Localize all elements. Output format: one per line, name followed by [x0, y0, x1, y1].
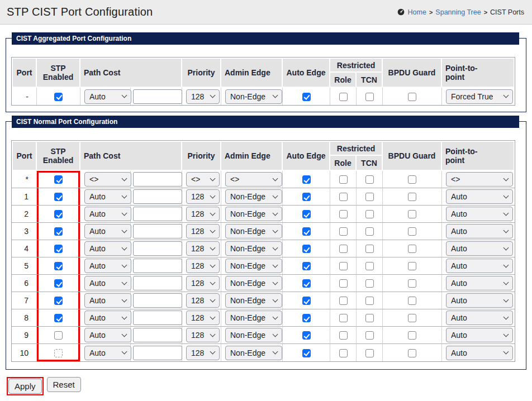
stp-enabled-checkbox[interactable] [54, 297, 63, 305]
restricted-tcn-checkbox[interactable] [365, 210, 374, 218]
priority-select[interactable]: 128 [186, 207, 220, 221]
bpdu-guard-checkbox[interactable] [408, 175, 416, 184]
restricted-role-checkbox[interactable] [339, 193, 348, 201]
path-cost-input[interactable] [133, 189, 182, 204]
path-cost-input[interactable] [133, 89, 182, 104]
auto-edge-checkbox[interactable] [302, 227, 311, 236]
priority-select[interactable]: 128 [186, 328, 220, 342]
apply-button[interactable]: Apply [8, 379, 42, 394]
priority-select[interactable]: 128 [186, 89, 220, 104]
priority-select[interactable]: 128 [186, 189, 220, 204]
restricted-role-checkbox[interactable] [339, 210, 348, 218]
admin-edge-select[interactable]: Non-Edge [225, 311, 282, 325]
restricted-tcn-checkbox[interactable] [365, 331, 374, 340]
path-cost-input[interactable] [133, 346, 182, 360]
stp-enabled-checkbox[interactable] [54, 314, 63, 322]
restricted-role-checkbox[interactable] [339, 245, 348, 253]
bpdu-guard-checkbox[interactable] [408, 227, 416, 236]
bpdu-guard-checkbox[interactable] [408, 349, 416, 357]
point-to-point-select[interactable]: Auto [446, 224, 513, 238]
bpdu-guard-checkbox[interactable] [408, 262, 416, 270]
priority-select[interactable]: 128 [186, 311, 220, 325]
admin-edge-select[interactable]: Non-Edge [225, 189, 282, 204]
restricted-tcn-checkbox[interactable] [365, 279, 374, 288]
stp-enabled-checkbox[interactable] [54, 262, 63, 270]
admin-edge-select[interactable]: Non-Edge [225, 276, 282, 290]
path-cost-input[interactable] [133, 259, 182, 273]
stp-enabled-checkbox[interactable] [54, 245, 63, 253]
stp-enabled-checkbox[interactable] [54, 175, 63, 184]
auto-edge-checkbox[interactable] [302, 349, 311, 357]
admin-edge-select[interactable]: Non-Edge [225, 89, 282, 104]
breadcrumb-spanning-tree-link[interactable]: Spanning Tree [435, 8, 481, 16]
point-to-point-select[interactable]: Auto [446, 346, 513, 360]
path-cost-select[interactable]: Auto [84, 346, 131, 360]
restricted-tcn-checkbox[interactable] [365, 175, 374, 184]
point-to-point-select[interactable]: Auto [446, 189, 513, 204]
priority-select[interactable]: <> [186, 172, 220, 187]
bpdu-guard-checkbox[interactable] [408, 314, 416, 322]
stp-enabled-checkbox[interactable] [54, 331, 63, 340]
restricted-role-checkbox[interactable] [339, 331, 348, 340]
admin-edge-select[interactable]: Non-Edge [225, 259, 282, 273]
bpdu-guard-checkbox[interactable] [408, 245, 416, 253]
priority-select[interactable]: 128 [186, 241, 220, 256]
point-to-point-select[interactable]: Auto [446, 259, 513, 273]
point-to-point-select[interactable]: Auto [446, 293, 513, 308]
auto-edge-checkbox[interactable] [302, 262, 311, 270]
restricted-tcn-checkbox[interactable] [365, 297, 374, 305]
auto-edge-checkbox[interactable] [302, 297, 311, 305]
path-cost-input[interactable] [133, 172, 182, 187]
restricted-tcn-checkbox[interactable] [365, 193, 374, 201]
admin-edge-select[interactable]: Non-Edge [225, 241, 282, 256]
restricted-role-checkbox[interactable] [339, 227, 348, 236]
path-cost-select[interactable]: Auto [84, 293, 131, 308]
restricted-tcn-checkbox[interactable] [365, 227, 374, 236]
restricted-tcn-checkbox[interactable] [365, 314, 374, 322]
admin-edge-select[interactable]: Non-Edge [225, 328, 282, 342]
path-cost-select[interactable]: Auto [84, 328, 131, 342]
priority-select[interactable]: 128 [186, 293, 220, 308]
auto-edge-checkbox[interactable] [302, 193, 311, 201]
path-cost-input[interactable] [133, 276, 182, 290]
stp-enabled-checkbox[interactable] [54, 227, 63, 236]
path-cost-input[interactable] [133, 224, 182, 238]
bpdu-guard-checkbox[interactable] [408, 331, 416, 340]
point-to-point-select[interactable]: Auto [446, 276, 513, 290]
auto-edge-checkbox[interactable] [302, 279, 311, 288]
restricted-role-checkbox[interactable] [339, 314, 348, 322]
path-cost-select[interactable]: Auto [84, 224, 131, 238]
admin-edge-select[interactable]: Non-Edge [225, 224, 282, 238]
path-cost-input[interactable] [133, 311, 182, 325]
restricted-tcn-checkbox[interactable] [365, 245, 374, 253]
point-to-point-select[interactable]: Forced True [446, 89, 513, 104]
point-to-point-select[interactable]: <> [446, 172, 513, 187]
restricted-role-checkbox[interactable] [339, 262, 348, 270]
stp-enabled-checkbox[interactable] [54, 210, 63, 218]
bpdu-guard-checkbox[interactable] [408, 210, 416, 218]
auto-edge-checkbox[interactable] [302, 331, 311, 340]
point-to-point-select[interactable]: Auto [446, 328, 513, 342]
point-to-point-select[interactable]: Auto [446, 241, 513, 256]
path-cost-input[interactable] [133, 328, 182, 342]
priority-select[interactable]: 128 [186, 259, 220, 273]
restricted-role-checkbox[interactable] [339, 349, 348, 357]
restricted-tcn-checkbox[interactable] [365, 93, 374, 101]
priority-select[interactable]: 128 [186, 276, 220, 290]
path-cost-select[interactable]: Auto [84, 189, 131, 204]
breadcrumb-home-link[interactable]: Home [408, 8, 426, 16]
path-cost-select[interactable]: Auto [84, 311, 131, 325]
restricted-role-checkbox[interactable] [339, 297, 348, 305]
auto-edge-checkbox[interactable] [302, 210, 311, 218]
path-cost-select[interactable]: Auto [84, 276, 131, 290]
admin-edge-select[interactable]: <> [225, 172, 282, 187]
bpdu-guard-checkbox[interactable] [408, 279, 416, 288]
path-cost-select[interactable]: Auto [84, 241, 131, 256]
restricted-role-checkbox[interactable] [339, 93, 348, 101]
restricted-role-checkbox[interactable] [339, 175, 348, 184]
admin-edge-select[interactable]: Non-Edge [225, 293, 282, 308]
restricted-role-checkbox[interactable] [339, 279, 348, 288]
point-to-point-select[interactable]: Auto [446, 207, 513, 221]
path-cost-select[interactable]: <> [84, 172, 131, 187]
path-cost-select[interactable]: Auto [84, 207, 131, 221]
